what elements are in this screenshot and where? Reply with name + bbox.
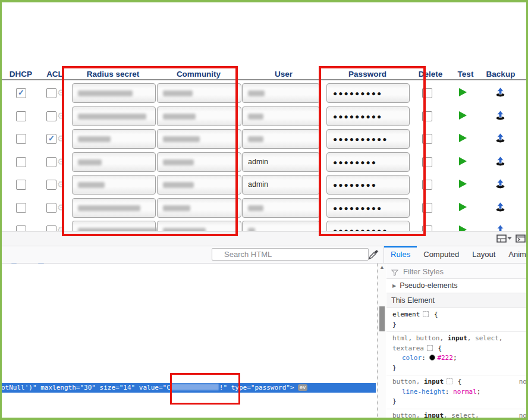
css-selector-line[interactable]: element { bbox=[392, 310, 526, 320]
css-selector-line[interactable]: textarea { bbox=[392, 344, 526, 354]
password-input[interactable]: ●●●●●●●● bbox=[326, 152, 410, 172]
user-input[interactable]: admin bbox=[242, 175, 320, 195]
password-input[interactable]: ●●●●●●●●● bbox=[326, 106, 410, 126]
tab-layout[interactable]: Layout bbox=[466, 246, 502, 263]
css-declaration[interactable]: line-height: normal; bbox=[392, 387, 526, 397]
radius-secret-input[interactable] bbox=[72, 221, 156, 231]
eyedropper-icon[interactable] bbox=[367, 249, 379, 263]
delete-checkbox[interactable] bbox=[422, 88, 432, 98]
css-declaration[interactable]: color: #222; bbox=[392, 353, 526, 363]
css-selector-line[interactable]: button, input, select, bbox=[392, 411, 526, 420]
color-swatch[interactable] bbox=[429, 355, 435, 361]
password-input[interactable]: ●●●●●●●●●● bbox=[326, 221, 410, 231]
dhcp-checkbox[interactable] bbox=[16, 225, 26, 231]
pseudo-elements-toggle[interactable]: ▶Pseudo-elements bbox=[386, 279, 528, 293]
delete-checkbox[interactable] bbox=[422, 225, 432, 231]
community-input[interactable] bbox=[157, 129, 241, 149]
community-input[interactable] bbox=[157, 198, 241, 218]
radius-secret-input[interactable] bbox=[72, 152, 156, 172]
radius-secret-input[interactable] bbox=[72, 198, 156, 218]
tab-computed[interactable]: Computed bbox=[417, 246, 466, 263]
selected-node-line[interactable]: otNull')" maxlength="30" size="14" value… bbox=[0, 383, 376, 393]
user-input[interactable] bbox=[242, 198, 320, 218]
radius-secret-input[interactable] bbox=[72, 129, 156, 149]
test-play-button[interactable] bbox=[458, 133, 467, 145]
test-play-button[interactable] bbox=[458, 111, 467, 123]
backup-upload-button[interactable] bbox=[495, 156, 505, 168]
community-input[interactable] bbox=[157, 83, 241, 103]
dhcp-checkbox[interactable] bbox=[16, 111, 26, 121]
radius-secret-input[interactable] bbox=[72, 106, 156, 126]
password-input[interactable]: ●●●●●●●● bbox=[326, 175, 410, 195]
test-play-button[interactable] bbox=[458, 87, 467, 99]
test-play-button[interactable] bbox=[458, 225, 467, 231]
backup-upload-button[interactable] bbox=[495, 110, 505, 123]
delete-checkbox[interactable] bbox=[422, 111, 432, 121]
dock-options-icon[interactable] bbox=[496, 234, 507, 245]
acl-checkbox[interactable] bbox=[46, 88, 56, 98]
dhcp-checkbox[interactable] bbox=[16, 157, 26, 167]
backup-upload-button[interactable] bbox=[495, 202, 505, 214]
gear-icon[interactable]: ⚙ bbox=[57, 133, 65, 144]
tab-rules[interactable]: Rules bbox=[384, 246, 417, 263]
stylesheet-source-link[interactable]: no bbox=[519, 411, 527, 420]
markup-scrollbar[interactable]: ▲ bbox=[378, 264, 386, 420]
scrollbar-thumb[interactable] bbox=[379, 306, 385, 331]
dhcp-checkbox[interactable]: ✓ bbox=[16, 88, 26, 98]
css-selector-line[interactable]: html, button, input, select, bbox=[392, 334, 526, 344]
tab-animations[interactable]: Animations bbox=[502, 246, 528, 263]
event-badge[interactable]: ev bbox=[298, 384, 308, 391]
community-input[interactable] bbox=[157, 175, 241, 195]
gear-icon[interactable]: ⚙ bbox=[57, 87, 65, 98]
delete-checkbox[interactable] bbox=[422, 180, 432, 190]
community-input[interactable] bbox=[157, 221, 241, 231]
highlight-matches-icon[interactable] bbox=[427, 345, 433, 351]
gear-icon[interactable]: ⚙ bbox=[57, 202, 65, 213]
delete-checkbox[interactable] bbox=[422, 134, 432, 144]
css-selector-line[interactable]: button, input { bbox=[392, 377, 526, 387]
password-input[interactable]: ●●●●●●●●● bbox=[326, 198, 410, 218]
gear-icon[interactable]: ⚙ bbox=[57, 156, 65, 167]
community-input[interactable] bbox=[157, 106, 241, 126]
stylesheet-source-link[interactable]: no bbox=[519, 377, 527, 387]
dhcp-checkbox[interactable] bbox=[16, 203, 26, 213]
redacted-node-chip[interactable] bbox=[11, 264, 17, 264]
delete-checkbox[interactable] bbox=[422, 203, 432, 213]
radius-secret-input[interactable] bbox=[72, 83, 156, 103]
dhcp-checkbox[interactable] bbox=[16, 180, 26, 190]
user-input[interactable] bbox=[242, 106, 320, 126]
community-input[interactable] bbox=[157, 152, 241, 172]
scroll-up-arrow[interactable]: ▲ bbox=[378, 264, 386, 271]
highlight-matches-icon[interactable] bbox=[447, 378, 452, 384]
radius-secret-input[interactable] bbox=[72, 175, 156, 195]
user-input[interactable]: admin bbox=[242, 152, 320, 172]
test-play-button[interactable] bbox=[458, 156, 467, 168]
delete-checkbox[interactable] bbox=[422, 157, 432, 167]
gear-icon[interactable]: ⚙ bbox=[57, 225, 65, 231]
redacted-node-chip[interactable] bbox=[38, 264, 44, 264]
acl-checkbox[interactable]: ✓ bbox=[46, 134, 56, 144]
password-input[interactable]: ●●●●●●●●●● bbox=[326, 129, 410, 149]
acl-checkbox[interactable] bbox=[46, 180, 56, 190]
html-markup-view[interactable]: otNull')" maxlength="30" size="14" value… bbox=[0, 264, 377, 420]
test-play-button[interactable] bbox=[458, 202, 467, 214]
filter-styles-input[interactable] bbox=[402, 265, 526, 278]
acl-checkbox[interactable] bbox=[46, 203, 56, 213]
panel-splitter[interactable] bbox=[377, 264, 378, 420]
search-html-input[interactable] bbox=[212, 248, 369, 261]
acl-checkbox[interactable] bbox=[46, 225, 56, 231]
backup-upload-button[interactable] bbox=[495, 178, 505, 191]
gear-icon[interactable]: ⚙ bbox=[57, 111, 65, 121]
gear-icon[interactable]: ⚙ bbox=[57, 179, 65, 190]
backup-upload-button[interactable] bbox=[495, 133, 505, 145]
backup-upload-button[interactable] bbox=[495, 87, 505, 99]
acl-checkbox[interactable] bbox=[46, 111, 56, 121]
user-input[interactable] bbox=[242, 129, 320, 149]
user-input[interactable] bbox=[242, 83, 320, 103]
acl-checkbox[interactable] bbox=[46, 157, 56, 167]
dhcp-checkbox[interactable] bbox=[16, 134, 26, 144]
split-console-icon[interactable] bbox=[516, 234, 526, 245]
dropdown-caret-icon[interactable] bbox=[507, 237, 512, 240]
backup-upload-button[interactable] bbox=[495, 224, 505, 231]
test-play-button[interactable] bbox=[458, 179, 467, 191]
